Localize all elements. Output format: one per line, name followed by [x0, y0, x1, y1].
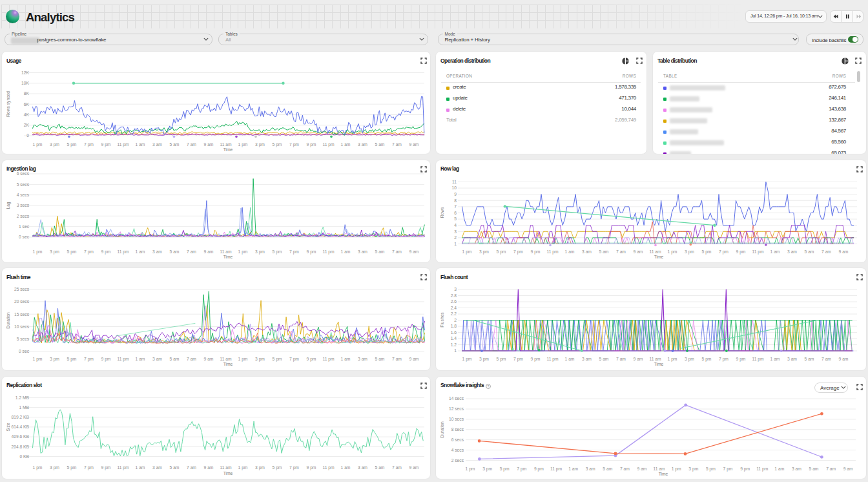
svg-text:11 pm: 11 pm [322, 142, 335, 147]
svg-text:2K: 2K [24, 123, 30, 127]
svg-text:9 pm: 9 pm [307, 465, 316, 470]
svg-text:7 am: 7 am [616, 357, 626, 361]
svg-text:0 sec: 0 sec [19, 235, 30, 239]
svg-text:9 am: 9 am [409, 142, 419, 147]
svg-text:3 pm: 3 pm [50, 465, 59, 470]
svg-text:7 pm: 7 pm [513, 357, 523, 362]
svg-text:2.8: 2.8 [451, 293, 457, 298]
svg-text:5 pm: 5 pm [67, 465, 77, 470]
svg-text:5 pm: 5 pm [273, 465, 282, 470]
svg-text:9 pm: 9 pm [736, 249, 746, 255]
svg-text:11 am: 11 am [220, 357, 232, 361]
svg-text:7 am: 7 am [620, 466, 630, 470]
svg-text:6K: 6K [24, 102, 30, 107]
svg-text:11 am: 11 am [654, 466, 666, 470]
svg-text:9 am: 9 am [634, 249, 643, 254]
svg-text:1.2: 1.2 [451, 342, 457, 347]
svg-text:3 am: 3 am [358, 465, 367, 470]
svg-text:10 secs: 10 secs [14, 324, 30, 329]
svg-text:1 MB: 1 MB [19, 404, 29, 409]
svg-text:9: 9 [454, 192, 457, 196]
svg-text:614.4 KB: 614.4 KB [11, 424, 29, 429]
svg-text:5 am: 5 am [375, 465, 385, 470]
svg-text:3 secs: 3 secs [17, 203, 30, 207]
svg-text:1 am: 1 am [341, 357, 351, 361]
svg-text:5 pm: 5 pm [67, 142, 77, 147]
svg-text:1 sec: 1 sec [19, 224, 30, 229]
svg-text:7 am: 7 am [187, 142, 196, 147]
svg-text:7 am: 7 am [822, 357, 831, 361]
svg-text:11: 11 [452, 179, 457, 183]
svg-text:1 pm: 1 pm [462, 357, 472, 362]
svg-text:5 am: 5 am [170, 249, 180, 254]
svg-text:1 am: 1 am [136, 142, 145, 147]
svg-text:1 am: 1 am [341, 465, 351, 470]
svg-text:4: 4 [454, 223, 457, 227]
svg-text:5 am: 5 am [170, 142, 180, 147]
svg-text:9 pm: 9 pm [101, 465, 111, 470]
svg-text:7 am: 7 am [822, 249, 831, 254]
svg-text:5 am: 5 am [805, 357, 814, 361]
svg-text:1.8: 1.8 [451, 324, 457, 328]
svg-text:9 am: 9 am [637, 466, 647, 470]
svg-text:7 am: 7 am [187, 249, 196, 254]
svg-text:7 am: 7 am [392, 142, 402, 147]
svg-text:9 am: 9 am [839, 357, 849, 361]
svg-text:11 pm: 11 pm [322, 465, 335, 470]
svg-text:7 pm: 7 pm [84, 142, 94, 147]
svg-text:9 am: 9 am [204, 357, 214, 361]
svg-text:11 am: 11 am [220, 465, 232, 470]
svg-text:7 am: 7 am [826, 466, 836, 470]
svg-text:7 am: 7 am [392, 249, 402, 254]
svg-text:7 pm: 7 pm [84, 249, 94, 255]
svg-text:11 pm: 11 pm [752, 249, 764, 255]
svg-text:7 pm: 7 pm [719, 249, 728, 255]
svg-text:Rows synced: Rows synced [6, 91, 11, 117]
svg-text:1 am: 1 am [341, 142, 351, 147]
svg-text:2: 2 [454, 318, 457, 322]
svg-text:0: 0 [26, 133, 29, 138]
svg-text:11 pm: 11 pm [550, 466, 563, 471]
svg-text:2.2: 2.2 [451, 311, 457, 316]
svg-text:9 am: 9 am [634, 357, 643, 361]
svg-text:10K: 10K [21, 81, 29, 85]
svg-text:7 pm: 7 pm [513, 249, 523, 255]
svg-text:1 am: 1 am [770, 357, 780, 361]
svg-text:9 am: 9 am [204, 249, 214, 254]
svg-text:5 am: 5 am [599, 357, 609, 361]
svg-text:3 am: 3 am [787, 249, 797, 254]
svg-text:1 pm: 1 pm [238, 465, 248, 470]
svg-text:Time: Time [223, 470, 233, 475]
svg-text:3 pm: 3 pm [255, 142, 265, 147]
svg-text:11 am: 11 am [649, 357, 661, 361]
svg-text:5 am: 5 am [603, 466, 612, 470]
svg-text:1 pm: 1 pm [672, 466, 681, 471]
svg-text:3 pm: 3 pm [479, 357, 489, 362]
svg-text:1 am: 1 am [568, 466, 578, 470]
svg-text:Time: Time [223, 147, 233, 152]
svg-text:8 secs: 8 secs [451, 427, 464, 432]
svg-text:5 pm: 5 pm [702, 249, 712, 255]
svg-text:9 pm: 9 pm [101, 142, 111, 147]
svg-text:12K: 12K [21, 70, 29, 75]
svg-text:11 pm: 11 pm [752, 357, 764, 362]
svg-text:2.6: 2.6 [451, 299, 457, 304]
svg-text:11 pm: 11 pm [117, 249, 129, 255]
svg-text:5 am: 5 am [599, 249, 609, 254]
svg-text:5 pm: 5 pm [273, 142, 282, 147]
svg-text:3 am: 3 am [792, 466, 801, 470]
svg-text:5 pm: 5 pm [706, 466, 716, 471]
svg-text:11 pm: 11 pm [546, 357, 559, 362]
svg-text:11 pm: 11 pm [322, 249, 335, 255]
svg-text:7 pm: 7 pm [289, 465, 299, 470]
svg-text:Size: Size [6, 423, 10, 431]
svg-text:20 secs: 20 secs [14, 299, 30, 304]
svg-text:10: 10 [452, 185, 457, 190]
svg-text:11 pm: 11 pm [756, 466, 769, 471]
svg-text:7 pm: 7 pm [719, 357, 728, 362]
svg-text:3: 3 [454, 287, 457, 291]
svg-text:5 am: 5 am [375, 249, 385, 254]
svg-text:1: 1 [454, 348, 457, 353]
svg-text:9 am: 9 am [409, 465, 419, 470]
svg-text:9 am: 9 am [204, 465, 214, 470]
